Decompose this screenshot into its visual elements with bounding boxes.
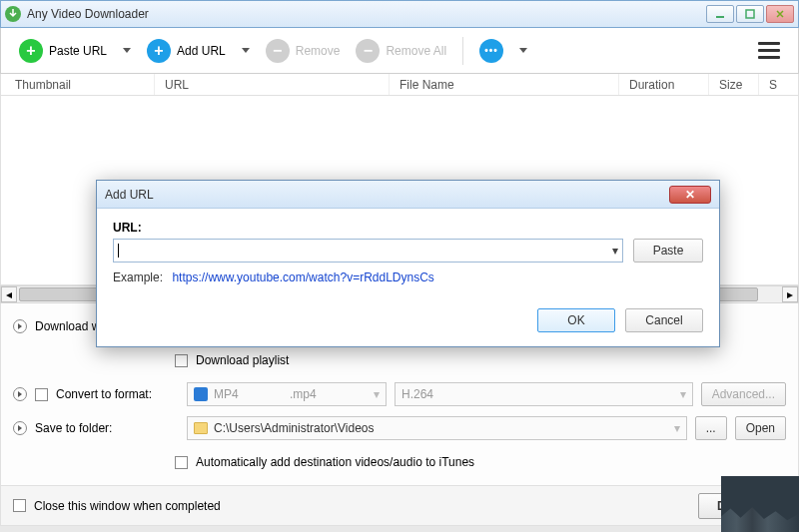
convert-checkbox[interactable]: [35, 388, 48, 401]
paste-url-dropdown[interactable]: [123, 48, 131, 53]
col-size[interactable]: Size: [709, 74, 759, 95]
itunes-checkbox[interactable]: [175, 456, 188, 469]
menu-button[interactable]: [752, 36, 786, 65]
col-filename[interactable]: File Name: [390, 74, 619, 95]
advanced-button[interactable]: Advanced...: [701, 382, 786, 406]
window-minimize-button[interactable]: [706, 5, 734, 23]
window-close-button[interactable]: [766, 5, 794, 23]
svg-rect-1: [746, 10, 754, 18]
svg-rect-0: [716, 16, 724, 18]
app-icon: [5, 6, 21, 22]
window-title: Any Video Downloader: [27, 7, 704, 21]
example-url[interactable]: https://www.youtube.com/watch?v=rRddLDyn…: [172, 270, 433, 284]
plus-icon: +: [147, 39, 171, 63]
expand-save-icon[interactable]: [13, 421, 27, 435]
remove-all-button[interactable]: − Remove All: [350, 35, 452, 67]
remove-button[interactable]: − Remove: [260, 35, 347, 67]
codec-name: H.264: [401, 387, 433, 401]
window-maximize-button[interactable]: [736, 5, 764, 23]
chevron-down-icon: ▾: [674, 421, 680, 435]
chevron-down-icon[interactable]: ▾: [612, 244, 618, 258]
remove-label: Remove: [296, 44, 341, 58]
close-when-done-checkbox[interactable]: [13, 499, 26, 512]
preview-thumbnail: [721, 476, 799, 532]
minus-icon: −: [266, 39, 290, 63]
cancel-button[interactable]: Cancel: [625, 308, 703, 332]
chevron-down-icon: ▾: [374, 387, 380, 401]
format-ext: .mp4: [290, 387, 317, 401]
remove-all-label: Remove All: [386, 44, 446, 58]
open-folder-button[interactable]: Open: [735, 416, 786, 440]
col-url[interactable]: URL: [155, 74, 390, 95]
main-toolbar: + Paste URL + Add URL − Remove − Remove …: [0, 28, 799, 74]
minus-icon: −: [356, 39, 380, 63]
window-titlebar: Any Video Downloader: [0, 0, 799, 28]
url-input[interactable]: ▾: [113, 239, 623, 263]
download-playlist-checkbox[interactable]: [175, 354, 188, 367]
close-when-done-label: Close this window when completed: [34, 499, 221, 513]
url-field-label: URL:: [113, 221, 703, 235]
col-duration[interactable]: Duration: [619, 74, 709, 95]
more-actions-dropdown[interactable]: [519, 48, 527, 53]
itunes-label: Automatically add destination videos/aud…: [196, 455, 474, 469]
save-path: C:\Users\Administrator\Videos: [214, 421, 375, 435]
example-label: Example:: [113, 270, 163, 284]
expand-download-icon[interactable]: [13, 319, 27, 333]
dialog-title: Add URL: [105, 188, 154, 202]
plus-icon: +: [19, 39, 43, 63]
dialog-close-button[interactable]: ✕: [669, 186, 711, 204]
dots-icon: •••: [479, 39, 503, 63]
ok-button[interactable]: OK: [537, 308, 615, 332]
footer-bar: Close this window when completed Downloa: [0, 486, 799, 526]
dialog-titlebar[interactable]: Add URL ✕: [97, 181, 719, 209]
add-url-dialog: Add URL ✕ URL: ▾ Paste Example: https://…: [96, 180, 720, 347]
paste-url-button[interactable]: + Paste URL: [13, 35, 113, 67]
save-path-combo[interactable]: C:\Users\Administrator\Videos ▾: [187, 416, 687, 440]
scroll-right-button[interactable]: ▸: [782, 286, 798, 302]
browse-button[interactable]: ...: [695, 416, 727, 440]
add-url-button[interactable]: + Add URL: [141, 35, 232, 67]
text-cursor: [118, 244, 119, 258]
expand-convert-icon[interactable]: [13, 387, 27, 401]
save-label: Save to folder:: [35, 421, 112, 435]
more-actions-button[interactable]: •••: [473, 35, 509, 67]
download-playlist-label: Download playlist: [196, 353, 289, 367]
toolbar-separator: [462, 37, 463, 65]
col-thumbnail[interactable]: Thumbnail: [5, 74, 155, 95]
format-combo[interactable]: MP4 .mp4 ▾: [187, 382, 387, 406]
paste-url-label: Paste URL: [49, 44, 107, 58]
col-s[interactable]: S: [759, 74, 779, 95]
list-header: Thumbnail URL File Name Duration Size S: [0, 74, 799, 96]
paste-button[interactable]: Paste: [633, 239, 703, 263]
convert-label: Convert to format:: [56, 387, 152, 401]
format-name: MP4: [214, 387, 239, 401]
folder-icon: [194, 422, 208, 434]
scroll-left-button[interactable]: ◂: [1, 286, 17, 302]
add-url-dropdown[interactable]: [242, 48, 250, 53]
download-label: Download w: [35, 319, 100, 333]
codec-combo[interactable]: H.264 ▾: [395, 382, 693, 406]
add-url-label: Add URL: [177, 44, 226, 58]
chevron-down-icon: ▾: [680, 387, 686, 401]
video-file-icon: [194, 387, 208, 401]
